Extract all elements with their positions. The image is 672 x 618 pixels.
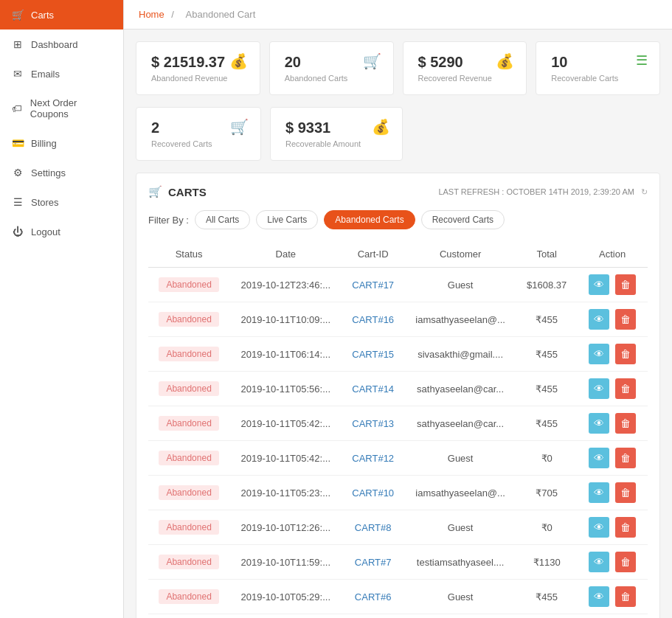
cell-cart-id: CART#17	[342, 268, 404, 302]
sidebar-item-dashboard[interactable]: ⊞ Dashboard	[0, 29, 123, 59]
delete-button[interactable]: 🗑	[615, 378, 636, 399]
sidebar-item-carts[interactable]: 🛒 Carts	[0, 0, 123, 29]
breadcrumb-home[interactable]: Home	[139, 9, 164, 20]
sidebar-item-label: Billing	[31, 138, 57, 149]
delete-button[interactable]: 🗑	[615, 586, 636, 607]
cell-cart-id: CART#13	[342, 406, 404, 441]
cell-date: 2019-10-11T05:56:...	[229, 372, 342, 406]
delete-button[interactable]: 🗑	[615, 309, 636, 330]
delete-button[interactable]: 🗑	[615, 413, 636, 434]
cell-action: 👁 🗑	[577, 476, 648, 510]
sidebar-item-emails[interactable]: ✉ Emails	[0, 59, 123, 88]
view-button[interactable]: 👁	[589, 413, 609, 434]
table-row: Abandoned 2019-10-11T06:14:... CART#15 s…	[148, 337, 648, 372]
view-button[interactable]: 👁	[589, 274, 609, 295]
carts-title: 🛒 CARTS	[148, 185, 207, 198]
cell-date: 2019-10-10T12:26:...	[229, 510, 342, 545]
delete-button[interactable]: 🗑	[615, 344, 636, 364]
view-button[interactable]: 👁	[589, 309, 609, 330]
table-row: Abandoned 2019-10-11T05:23:... CART#10 i…	[148, 476, 648, 510]
status-badge: Abandoned	[159, 277, 218, 292]
breadcrumb: Home / Abandoned Cart	[124, 0, 672, 29]
stat-abandoned-carts: 🛒 20 Abandoned Carts	[269, 41, 394, 95]
cart-link[interactable]: CART#14	[352, 383, 394, 395]
cell-total: ₹0	[516, 441, 577, 476]
cart-link[interactable]: CART#6	[355, 591, 392, 603]
delete-button[interactable]: 🗑	[615, 274, 636, 295]
cart-link[interactable]: CART#8	[355, 522, 392, 533]
status-badge: Abandoned	[159, 451, 218, 465]
filter-abandoned-carts[interactable]: Abandoned Carts	[324, 210, 415, 229]
cell-status: Abandoned	[148, 545, 229, 580]
cell-customer: sivasakthi@gmail....	[404, 337, 516, 372]
cart-link[interactable]: CART#15	[352, 349, 394, 360]
cart-link[interactable]: CART#10	[352, 487, 394, 499]
sidebar-item-label: Settings	[31, 167, 66, 178]
cell-customer: Guest	[404, 510, 516, 545]
status-badge: Abandoned	[159, 381, 218, 396]
sidebar-item-logout[interactable]: ⏻ Logout	[0, 217, 123, 246]
recovered-carts-icon: 🛒	[230, 118, 249, 136]
emails-icon: ✉	[12, 68, 24, 80]
view-button[interactable]: 👁	[589, 517, 609, 538]
refresh-icon[interactable]: ↻	[641, 187, 648, 196]
last-refresh: LAST REFRESH : OCTOBER 14TH 2019, 2:39:2…	[438, 187, 648, 197]
cell-customer: Guest	[404, 268, 516, 302]
cell-date: 2019-10-10T05:29:...	[229, 580, 342, 614]
carts-icon: 🛒	[12, 9, 24, 21]
breadcrumb-current: Abandoned Cart	[186, 9, 256, 20]
sidebar-item-billing[interactable]: 💳 Billing	[0, 128, 123, 158]
cart-link[interactable]: CART#13	[352, 418, 394, 429]
view-button[interactable]: 👁	[589, 448, 609, 468]
cart-link[interactable]: CART#17	[352, 280, 394, 291]
cart-link[interactable]: CART#12	[352, 453, 394, 464]
cell-status: Abandoned	[148, 302, 229, 337]
view-button[interactable]: 👁	[589, 586, 609, 607]
sidebar-item-coupons[interactable]: 🏷 Next Order Coupons	[0, 88, 123, 128]
sidebar-item-stores[interactable]: ☰ Stores	[0, 187, 123, 217]
cell-cart-id: CART#14	[342, 372, 404, 406]
cell-action: 👁 🗑	[577, 406, 648, 441]
cell-action: 👁 🗑	[577, 337, 648, 372]
status-badge: Abandoned	[159, 485, 218, 500]
filter-all-carts[interactable]: All Carts	[195, 210, 250, 229]
cell-customer: sathyaseelan@car...	[404, 406, 516, 441]
stores-icon: ☰	[12, 196, 24, 208]
col-total: Total	[516, 241, 577, 268]
main-content: Home / Abandoned Cart 💰 $ 21519.37 Aband…	[124, 0, 672, 618]
cell-total: ₹1130	[516, 545, 577, 580]
stat-recovered-revenue: 💰 $ 5290 Recovered Revenue	[403, 41, 527, 95]
cart-link[interactable]: CART#16	[352, 314, 394, 325]
recovered-carts-label: Recovered Carts	[151, 139, 246, 148]
table-row: Abandoned 2019-10-11T05:42:... CART#13 s…	[148, 406, 648, 441]
view-button[interactable]: 👁	[589, 482, 609, 503]
delete-button[interactable]: 🗑	[615, 517, 636, 538]
view-button[interactable]: 👁	[589, 552, 609, 572]
cell-total: ₹455	[516, 372, 577, 406]
sidebar-item-settings[interactable]: ⚙ Settings	[0, 158, 123, 187]
delete-button[interactable]: 🗑	[615, 552, 636, 572]
delete-button[interactable]: 🗑	[615, 448, 636, 468]
table-row: Abandoned 2019-10-11T05:42:... CART#12 G…	[148, 441, 648, 476]
table-row: Abandoned 2019-10-12T23:46:... CART#17 G…	[148, 268, 648, 302]
carts-section: 🛒 CARTS LAST REFRESH : OCTOBER 14TH 2019…	[136, 173, 660, 618]
filter-label: Filter By :	[148, 215, 189, 226]
cell-customer: sathyaseelan@car...	[404, 372, 516, 406]
stat-recovered-carts: 🛒 2 Recovered Carts	[136, 107, 261, 161]
col-status: Status	[148, 241, 229, 268]
cell-date: 2019-10-12T23:46:...	[229, 268, 342, 302]
delete-button[interactable]: 🗑	[615, 482, 636, 503]
carts-table: Status Date Cart-ID Customer Total Actio…	[148, 241, 648, 614]
cell-status: Abandoned	[148, 580, 229, 614]
cell-total: ₹455	[516, 302, 577, 337]
cart-link[interactable]: CART#7	[355, 557, 392, 568]
col-customer: Customer	[404, 241, 516, 268]
cell-total: ₹455	[516, 337, 577, 372]
filter-live-carts[interactable]: Live Carts	[256, 210, 318, 229]
filter-recovered-carts[interactable]: Recoverd Carts	[421, 210, 505, 229]
abandoned-carts-label: Abandoned Carts	[285, 74, 378, 83]
cell-total: ₹455	[516, 580, 577, 614]
view-button[interactable]: 👁	[589, 344, 609, 364]
view-button[interactable]: 👁	[589, 378, 609, 399]
col-cart-id: Cart-ID	[342, 241, 404, 268]
